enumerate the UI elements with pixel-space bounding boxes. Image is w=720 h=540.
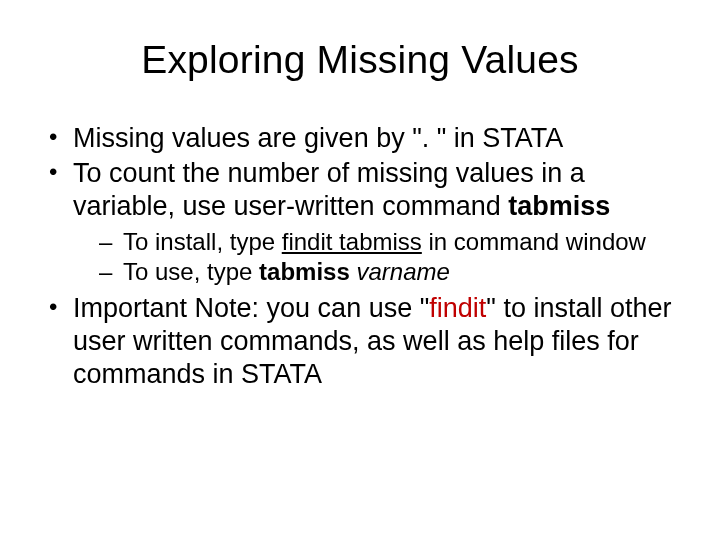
- sub-1-b: findit tabmiss: [282, 228, 422, 255]
- sub-2-d: varname: [356, 258, 449, 285]
- sub-2-a: To use, type: [123, 258, 259, 285]
- bullet-3-a: Important Note: you can use ": [73, 293, 429, 323]
- bullet-list: Missing values are given by ". " in STAT…: [45, 122, 675, 391]
- bullet-2: To count the number of missing values in…: [45, 157, 675, 286]
- slide-title: Exploring Missing Values: [45, 38, 675, 82]
- sub-bullet-2: To use, type tabmiss varname: [73, 257, 675, 286]
- sub-1-c: in command window: [422, 228, 646, 255]
- bullet-2-text-b: tabmiss: [508, 191, 610, 221]
- sub-1-a: To install, type: [123, 228, 282, 255]
- sub-list: To install, type findit tabmiss in comma…: [73, 227, 675, 287]
- bullet-1: Missing values are given by ". " in STAT…: [45, 122, 675, 155]
- sub-bullet-1: To install, type findit tabmiss in comma…: [73, 227, 675, 256]
- bullet-1-text: Missing values are given by ". " in STAT…: [73, 123, 563, 153]
- bullet-3-b: findit: [429, 293, 486, 323]
- sub-2-b: tabmiss: [259, 258, 350, 285]
- bullet-3: Important Note: you can use "findit" to …: [45, 292, 675, 391]
- slide: Exploring Missing Values Missing values …: [0, 0, 720, 540]
